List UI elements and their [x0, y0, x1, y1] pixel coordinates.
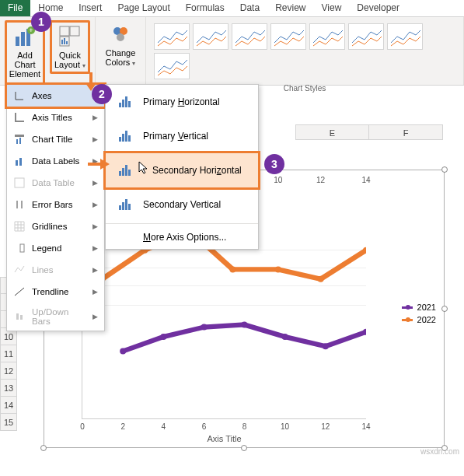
menu-item-axis-titles[interactable]: Axis Titles ▶ [7, 107, 104, 128]
primary-horizontal-icon [113, 93, 135, 111]
x-tick-label: 12 [321, 422, 330, 431]
menu-item-trendline[interactable]: Trendline ▶ [7, 281, 104, 303]
change-colors-button[interactable]: Change Colors ▾ [100, 20, 141, 69]
submenu-more-axis-options[interactable]: More Axis Options... [106, 226, 258, 249]
tab-view[interactable]: View [314, 0, 350, 16]
primary-vertical-icon [113, 127, 135, 145]
axis-titles-icon [13, 111, 26, 124]
menu-item-data-table: Data Table ▶ [7, 172, 104, 194]
svg-point-40 [363, 247, 366, 254]
svg-point-42 [160, 334, 166, 340]
submenu-label: Secondary Horizontal [152, 165, 250, 176]
submenu-primary-horizontal[interactable]: Primary Horizontal [106, 85, 258, 119]
tab-insert[interactable]: Insert [71, 0, 110, 16]
row-header[interactable]: 13 [0, 380, 17, 397]
x-tick-label: 4 [162, 422, 166, 431]
menu-item-label: Axes [32, 91, 86, 100]
tab-data[interactable]: Data [232, 0, 267, 16]
step-badge-3: 3 [264, 154, 284, 174]
quick-layout-button[interactable]: Quick Layout ▾ [50, 20, 90, 74]
row-header[interactable]: 14 [0, 397, 17, 414]
chart-style-thumb[interactable] [154, 53, 190, 79]
svg-rect-32 [16, 313, 19, 320]
chart-style-thumb[interactable] [309, 23, 345, 50]
submenu-arrow-icon: ▶ [92, 114, 98, 121]
trendline-icon [13, 285, 26, 298]
svg-rect-25 [16, 160, 18, 166]
menu-item-label: Chart Title [32, 135, 86, 144]
x-tick-label: 8 [242, 422, 247, 431]
annotation-arrow-right-icon [88, 157, 110, 171]
menu-item-legend[interactable]: Legend ▶ [7, 237, 104, 259]
submenu-secondary-horizontal[interactable]: Secondary Horizontal [103, 151, 260, 190]
legend-swatch-icon [402, 306, 413, 309]
submenu-arrow-icon: ▶ [92, 288, 98, 296]
column-header[interactable]: F [369, 124, 443, 140]
add-chart-element-label: Add Chart Element [9, 51, 40, 79]
chart-style-thumb[interactable] [232, 23, 267, 50]
column-header[interactable]: E [295, 124, 369, 140]
submenu-arrow-icon: ▶ [92, 266, 98, 274]
chart-style-thumb[interactable] [154, 23, 190, 50]
menu-item-updown-bars: Up/Down Bars ▶ [7, 303, 104, 331]
svg-rect-24 [19, 138, 21, 144]
legend-swatch-icon [402, 319, 413, 321]
row-header[interactable]: 11 [0, 345, 17, 362]
dropdown-arrow-icon: ▾ [82, 62, 85, 69]
chart-style-thumb[interactable] [387, 23, 423, 50]
cursor-icon [138, 161, 149, 175]
legend-icon [13, 242, 26, 254]
svg-point-39 [318, 276, 324, 282]
svg-point-38 [275, 266, 281, 272]
svg-rect-9 [64, 38, 65, 44]
tab-formulas[interactable]: Formulas [178, 0, 232, 16]
quick-layout-icon [58, 24, 82, 49]
menu-item-label: Axis Titles [32, 113, 86, 122]
tab-developer[interactable]: Developer [349, 0, 407, 16]
svg-rect-22 [15, 135, 24, 137]
legend-item-2021[interactable]: 2021 [402, 303, 436, 312]
menu-separator [106, 223, 258, 224]
chart-style-thumb[interactable] [348, 23, 384, 50]
chart-style-thumb[interactable] [270, 23, 306, 50]
menu-item-gridlines[interactable]: Gridlines ▶ [7, 215, 104, 237]
chart-style-thumb[interactable] [193, 23, 229, 50]
tab-file[interactable]: File [0, 0, 30, 16]
axes-submenu: Primary Horizontal Primary Vertical Seco… [105, 84, 259, 250]
svg-point-46 [323, 343, 329, 349]
svg-rect-27 [15, 178, 24, 187]
svg-rect-5 [60, 26, 69, 36]
tab-page-layout[interactable]: Page Layout [110, 0, 177, 16]
axes-icon [13, 89, 26, 102]
svg-point-41 [120, 348, 126, 354]
x-tick-label: 14 [361, 422, 370, 431]
submenu-label: Primary Vertical [143, 131, 250, 142]
x-axis-title[interactable]: Axis Title [207, 434, 241, 443]
step-badge-2: 2 [92, 84, 112, 104]
svg-rect-21 [15, 113, 16, 122]
svg-point-44 [241, 321, 247, 327]
menu-item-label: Data Table [32, 178, 86, 187]
svg-rect-26 [19, 158, 22, 166]
svg-rect-30 [20, 244, 24, 252]
svg-marker-17 [100, 159, 110, 170]
data-labels-icon [13, 155, 26, 167]
menu-item-label: Trendline [32, 287, 86, 296]
updown-bars-icon [13, 310, 26, 323]
menu-item-error-bars[interactable]: Error Bars ▶ [7, 194, 104, 215]
submenu-secondary-vertical[interactable]: Secondary Vertical [106, 187, 258, 222]
tab-review[interactable]: Review [267, 0, 313, 16]
chart-legend[interactable]: 2021 2022 [402, 303, 436, 327]
legend-item-2022[interactable]: 2022 [402, 315, 436, 324]
svg-point-13 [117, 33, 124, 41]
gridlines-icon [13, 220, 26, 233]
svg-rect-33 [20, 315, 23, 320]
step-badge-1: 1 [31, 12, 51, 32]
svg-point-43 [201, 324, 208, 331]
submenu-primary-vertical[interactable]: Primary Vertical [106, 119, 258, 153]
submenu-label: Primary Horizontal [143, 96, 250, 107]
add-chart-element-menu: Axes ▶ Axis Titles ▶ Chart Title ▶ Data … [6, 84, 105, 331]
row-header[interactable]: 15 [0, 414, 17, 431]
row-header[interactable]: 12 [0, 362, 17, 380]
menu-item-chart-title[interactable]: Chart Title ▶ [7, 128, 104, 150]
